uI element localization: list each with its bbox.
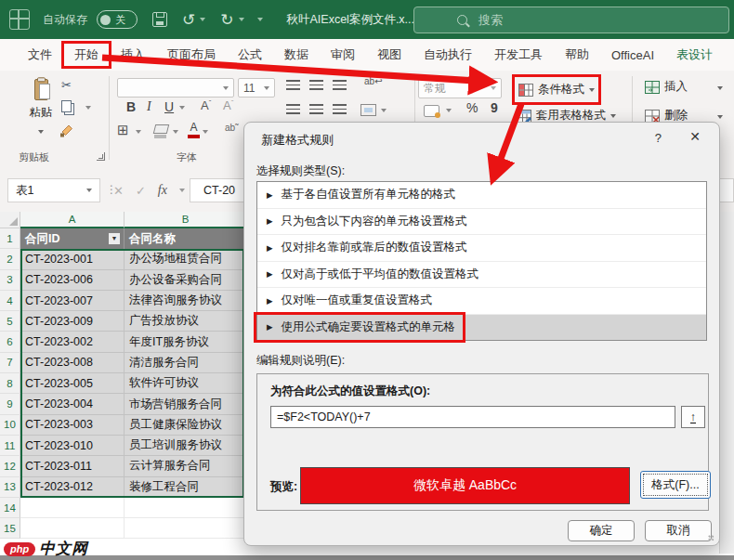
column-header-a[interactable]: A — [20, 212, 125, 228]
cell-a[interactable]: CT-2023-003 — [20, 415, 125, 436]
rule-type-item[interactable]: ▶基于各自值设置所有单元格的格式 — [257, 182, 706, 209]
cell-a[interactable]: CT-2023-011 — [20, 456, 125, 476]
insert-chevron-icon[interactable] — [717, 86, 723, 90]
format-button[interactable]: 格式(F)... — [640, 471, 711, 499]
tab-自动执行[interactable]: 自动执行 — [413, 43, 483, 67]
tab-插入[interactable]: 插入 — [110, 43, 156, 67]
tab-审阅[interactable]: 审阅 — [320, 43, 366, 67]
shrink-font-button[interactable]: Aˇ — [223, 98, 233, 112]
underline-button[interactable]: U — [164, 99, 174, 114]
cell-a[interactable]: CT-2023-008 — [20, 353, 125, 373]
align-top-icon[interactable] — [286, 80, 300, 90]
search-box[interactable]: 搜索 — [413, 7, 729, 33]
fill-color-icon[interactable] — [154, 124, 168, 138]
undo-chevron-icon[interactable] — [200, 18, 205, 21]
row-number[interactable]: 3 — [0, 270, 20, 291]
align-middle-icon[interactable] — [309, 80, 323, 90]
borders-icon[interactable]: ⊞ — [117, 122, 129, 138]
resize-grip-icon[interactable] — [708, 535, 714, 541]
orientation-icon[interactable]: ab↩ — [364, 76, 383, 86]
row-number[interactable]: 15 — [0, 518, 20, 539]
conditional-formatting-button[interactable]: 条件格式 — [515, 77, 598, 102]
cell-a[interactable]: CT-2023-002 — [20, 332, 125, 352]
delete-chevron-icon[interactable] — [717, 115, 723, 119]
accounting-format-icon[interactable] — [424, 105, 439, 117]
cell-a[interactable]: CT-2023-006 — [20, 270, 125, 291]
column-header-b[interactable]: B — [125, 212, 247, 228]
underline-chevron-icon[interactable] — [179, 106, 185, 110]
row-number[interactable]: 13 — [0, 477, 20, 498]
tab-数据[interactable]: 数据 — [273, 43, 320, 67]
align-left-icon[interactable] — [286, 104, 300, 114]
select-all-corner[interactable] — [0, 212, 20, 228]
collapse-dialog-button[interactable]: ↑ — [681, 406, 705, 428]
cell-a[interactable]: CT-2023-010 — [20, 436, 125, 456]
comma-style-button[interactable]: 9 — [491, 100, 498, 115]
bold-button[interactable]: B — [126, 99, 136, 114]
cut-icon[interactable]: ✂ — [61, 78, 72, 92]
cell-a[interactable] — [20, 518, 125, 539]
insert-cells-button[interactable]: 插入 — [645, 79, 688, 95]
tab-文件[interactable]: 文件 — [17, 43, 63, 67]
clipboard-dialog-launcher-icon[interactable] — [97, 152, 105, 161]
tab-页面布局[interactable]: 页面布局 — [156, 43, 227, 67]
rule-type-item[interactable]: ▶仅对唯一值或重复值设置格式 — [257, 288, 706, 315]
cancel-entry-icon[interactable]: ✕ — [113, 184, 124, 198]
align-bottom-icon[interactable] — [333, 80, 347, 90]
copy-icon[interactable] — [61, 100, 72, 112]
row-number[interactable]: 11 — [0, 436, 20, 456]
cell-a[interactable]: CT-2023-009 — [20, 311, 125, 332]
row-number[interactable]: 14 — [0, 498, 20, 518]
row-number[interactable]: 12 — [0, 456, 20, 476]
name-box[interactable]: 表1 — [7, 178, 100, 202]
rule-type-item[interactable]: ▶仅对排名靠前或靠后的数值设置格式 — [257, 235, 706, 262]
dialog-help-icon[interactable]: ? — [655, 131, 662, 145]
fill-color-chevron-icon[interactable] — [173, 130, 178, 134]
formula-rule-input[interactable]: =$F2<TODAY()+7 — [270, 406, 675, 428]
italic-button[interactable]: I — [147, 99, 151, 114]
tab-OfficeAI[interactable]: OfficeAI — [600, 45, 665, 66]
enter-entry-icon[interactable]: ✓ — [136, 184, 146, 198]
font-color-chevron-icon[interactable] — [203, 130, 208, 134]
tab-开始[interactable]: 开始 — [63, 43, 110, 67]
quick-access-chevron-icon[interactable] — [257, 18, 263, 21]
font-name-combo[interactable] — [117, 78, 234, 98]
paste-button[interactable]: 粘贴 — [22, 77, 59, 137]
grow-font-button[interactable]: Aˆ — [201, 98, 211, 112]
rule-type-item[interactable]: ▶只为包含以下内容的单元格设置格式 — [257, 209, 706, 236]
redo-chevron-icon[interactable] — [239, 18, 244, 21]
cell-a[interactable] — [20, 498, 125, 518]
row-number[interactable]: 4 — [0, 291, 20, 311]
align-center-icon[interactable] — [309, 104, 323, 114]
document-title[interactable]: 秋叶AIExcel案例文件.x... — [287, 12, 427, 28]
cancel-button[interactable]: 取消 — [645, 520, 712, 541]
font-color-icon[interactable]: A — [188, 121, 200, 138]
cell-a[interactable]: CT-2023-004 — [20, 394, 125, 414]
phonetic-guide-icon[interactable]: ab˜ — [225, 123, 238, 133]
format-painter-icon[interactable] — [59, 123, 74, 137]
percent-style-button[interactable]: % — [466, 100, 478, 115]
row-number[interactable]: 1 — [0, 228, 20, 249]
row-number[interactable]: 2 — [0, 249, 20, 269]
row-number[interactable]: 8 — [0, 373, 20, 394]
cell-a[interactable]: CT-2023-001 — [20, 249, 125, 269]
cell-a[interactable]: CT-2023-007 — [20, 291, 125, 311]
copy-chevron-icon[interactable] — [85, 106, 91, 110]
merge-chevron-icon[interactable] — [381, 109, 387, 112]
tab-开发工具[interactable]: 开发工具 — [483, 43, 554, 67]
ok-button[interactable]: 确定 — [568, 520, 635, 541]
vertical-scrollbar[interactable] — [719, 212, 734, 553]
dialog-close-icon[interactable]: ✕ — [689, 129, 701, 144]
tab-帮助[interactable]: 帮助 — [554, 43, 600, 67]
tab-公式[interactable]: 公式 — [227, 43, 273, 67]
row-number[interactable]: 10 — [0, 415, 20, 436]
tab-视图[interactable]: 视图 — [366, 43, 413, 67]
filter-button[interactable]: ▼ — [108, 232, 121, 245]
cell-a[interactable]: CT-2023-005 — [20, 373, 125, 394]
number-format-combo[interactable]: 常规 — [418, 78, 502, 98]
accounting-chevron-icon[interactable] — [446, 109, 452, 112]
borders-chevron-icon[interactable] — [136, 130, 141, 134]
redo-icon[interactable]: ↻ — [220, 12, 233, 28]
autosave-toggle[interactable]: 关 — [97, 10, 138, 29]
tab-表设计[interactable]: 表设计 — [665, 43, 724, 67]
